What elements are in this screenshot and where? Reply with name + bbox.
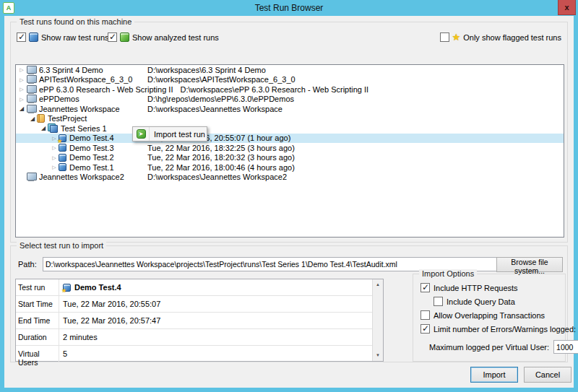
select-test-run-group: Select test run to import Path: Browse f… bbox=[10, 245, 568, 362]
test-series-cubes-icon bbox=[48, 123, 58, 133]
computer-icon bbox=[26, 75, 36, 84]
test-run-details-table: Test run Demo Test.4 Start Time Tue, 22 … bbox=[15, 279, 384, 362]
computer-icon bbox=[26, 105, 36, 113]
tree-row-workspace[interactable]: 6.3 Sprint 4 Demo D:\workspaces\6.3 Spri… bbox=[16, 65, 564, 75]
table-scrollbar[interactable]: ▲ ▼ bbox=[372, 279, 383, 361]
computer-icon bbox=[26, 173, 36, 181]
collapse-arrow-icon[interactable] bbox=[17, 104, 26, 113]
expand-arrow-icon[interactable] bbox=[17, 95, 26, 104]
raw-test-run-cube-icon bbox=[29, 32, 38, 42]
expand-arrow-icon[interactable] bbox=[50, 143, 59, 152]
project-notebook-icon bbox=[37, 114, 45, 123]
group-label: Import Options bbox=[419, 269, 477, 278]
menu-icon-column: ➤ bbox=[133, 127, 150, 141]
computer-icon bbox=[26, 95, 36, 103]
include-query-data-checkbox[interactable]: Include Query Data bbox=[434, 297, 561, 306]
max-logged-spinner: ▲ ▼ bbox=[553, 340, 578, 354]
table-row: Virtual Users 5 bbox=[16, 346, 383, 362]
tree-row-test-run-selected[interactable]: Demo Test.4 Tue, 22 Mar 2016, 20:55:07 (… bbox=[16, 134, 564, 144]
title-bar: A Test Run Browser x bbox=[0, 0, 578, 16]
spinner-label: Maximum logged per Virtual User: bbox=[429, 343, 549, 352]
checkbox-box bbox=[420, 324, 430, 334]
tree-row-workspace[interactable]: APITestWorkspace_6_3_0 D:\workspaces\API… bbox=[16, 75, 564, 85]
checkbox-box bbox=[108, 32, 117, 42]
import-button[interactable]: Import bbox=[470, 367, 518, 383]
path-row: Path: Browse file system... bbox=[18, 257, 563, 271]
max-logged-row: Maximum logged per Virtual User: ▲ ▼ bbox=[429, 340, 561, 354]
test-run-cube-star-icon bbox=[59, 134, 66, 142]
dialog-content: Test runs found on this machine Show raw… bbox=[4, 16, 574, 388]
tree-row-test-run[interactable]: Demo Test.3 Tue, 22 Mar 2016, 18:32:25 (… bbox=[16, 143, 564, 153]
menu-item-label: Import test run bbox=[150, 130, 205, 139]
expand-arrow-icon[interactable] bbox=[17, 65, 26, 74]
test-run-tree: 6.3 Sprint 4 Demo D:\workspaces\6.3 Spri… bbox=[15, 64, 564, 238]
scroll-up-icon[interactable]: ▲ bbox=[373, 279, 383, 290]
allow-overlapping-transactions-checkbox[interactable]: Allow Overlapping Transactions bbox=[420, 310, 561, 320]
table-row: Start Time Tue, 22 Mar 2016, 20:55:07 bbox=[16, 296, 383, 313]
tree-row-test-series[interactable]: Test Series 1 bbox=[16, 123, 564, 134]
only-show-flagged-checkbox[interactable]: ★ Only show flagged test runs bbox=[440, 32, 561, 42]
checkbox-label: Allow Overlapping Transactions bbox=[434, 311, 545, 320]
test-run-cube-icon bbox=[59, 144, 66, 152]
table-row: Duration 2 minutes bbox=[16, 329, 383, 346]
show-analyzed-test-runs-checkbox[interactable]: Show analyzed test runs bbox=[108, 32, 219, 42]
filter-row: Show raw test runs Show analyzed test ru… bbox=[17, 32, 563, 44]
tree-row-test-run[interactable]: Demo Test.2 Tue, 22 Mar 2016, 18:20:32 (… bbox=[16, 153, 564, 163]
tree-row-test-run[interactable]: Demo Test.1 Tue, 22 Mar 2016, 18:00:46 (… bbox=[16, 162, 564, 173]
computer-icon bbox=[26, 66, 36, 74]
computer-icon bbox=[26, 85, 36, 94]
cancel-button[interactable]: Cancel bbox=[524, 367, 571, 383]
test-run-cube-icon bbox=[59, 163, 66, 171]
checkbox-label: Only show flagged test runs bbox=[463, 33, 561, 42]
table-row: Test run Demo Test.4 bbox=[16, 279, 383, 296]
include-http-requests-checkbox[interactable]: Include HTTP Requests bbox=[420, 283, 561, 292]
import-test-run-icon: ➤ bbox=[137, 129, 146, 139]
checkbox-box bbox=[17, 32, 26, 42]
checkbox-box bbox=[434, 297, 443, 306]
max-logged-input[interactable] bbox=[554, 341, 578, 353]
tree-row-workspace[interactable]: Jeannettes Workspace2 D:\workspaces\Jean… bbox=[16, 173, 564, 183]
context-menu: ➤ Import test run bbox=[132, 126, 207, 141]
checkbox-label: Show analyzed test runs bbox=[132, 33, 219, 42]
test-run-cube-star-icon bbox=[63, 284, 71, 292]
group-label: Select test run to import bbox=[17, 241, 106, 250]
checkbox-label: Include Query Data bbox=[447, 297, 515, 306]
tree-row-workspace[interactable]: ePPDemos D:\hg\repos\demos\ePP\6.3.0\ePP… bbox=[16, 95, 564, 105]
show-raw-test-runs-checkbox[interactable]: Show raw test runs bbox=[17, 32, 109, 42]
analyzed-test-run-cube-icon bbox=[120, 32, 129, 42]
table-row: End Time Tue, 22 Mar 2016, 20:57:47 bbox=[16, 313, 383, 329]
checkbox-label: Include HTTP Requests bbox=[434, 284, 518, 292]
tree-row-workspace[interactable]: Jeannettes Workspace D:\workspaces\Jeann… bbox=[16, 104, 564, 114]
close-button[interactable]: x bbox=[558, 0, 576, 15]
test-run-browser-dialog: A Test Run Browser x Test runs found on … bbox=[0, 0, 578, 392]
path-label: Path: bbox=[18, 260, 37, 269]
checkbox-box bbox=[420, 310, 430, 320]
scroll-down-icon[interactable]: ▼ bbox=[373, 350, 383, 361]
test-run-cube-icon bbox=[59, 154, 66, 162]
collapse-arrow-icon[interactable] bbox=[39, 123, 48, 133]
checkbox-box bbox=[440, 32, 449, 42]
expand-arrow-icon[interactable] bbox=[50, 153, 59, 162]
options-column: Include HTTP Requests Include Query Data… bbox=[420, 283, 561, 354]
checkbox-label: Show raw test runs bbox=[41, 33, 109, 42]
tree-row-project[interactable]: TestProject bbox=[16, 114, 564, 124]
expand-arrow-icon[interactable] bbox=[17, 84, 26, 94]
limit-errors-warnings-checkbox[interactable]: Limit number of Errors/Warnings logged: bbox=[420, 324, 561, 334]
expand-arrow-icon[interactable] bbox=[50, 162, 59, 172]
checkbox-label: Limit number of Errors/Warnings logged: bbox=[434, 325, 576, 334]
context-menu-item-import-test-run[interactable]: ➤ Import test run bbox=[133, 127, 207, 141]
checkbox-box bbox=[420, 283, 430, 292]
flag-star-icon: ★ bbox=[452, 32, 461, 42]
import-options-group: Import Options Include HTTP Requests Inc… bbox=[413, 274, 566, 362]
browse-file-system-button[interactable]: Browse file system... bbox=[496, 257, 563, 272]
group-label: Test runs found on this machine bbox=[17, 17, 134, 26]
tree-row-workspace[interactable]: ePP 6.3.0 Research - Web Scripting II D:… bbox=[16, 84, 564, 95]
window-title: Test Run Browser bbox=[0, 0, 578, 16]
collapse-arrow-icon[interactable] bbox=[28, 114, 37, 123]
expand-arrow-icon[interactable] bbox=[17, 75, 26, 84]
test-runs-group: Test runs found on this machine Show raw… bbox=[10, 22, 568, 243]
